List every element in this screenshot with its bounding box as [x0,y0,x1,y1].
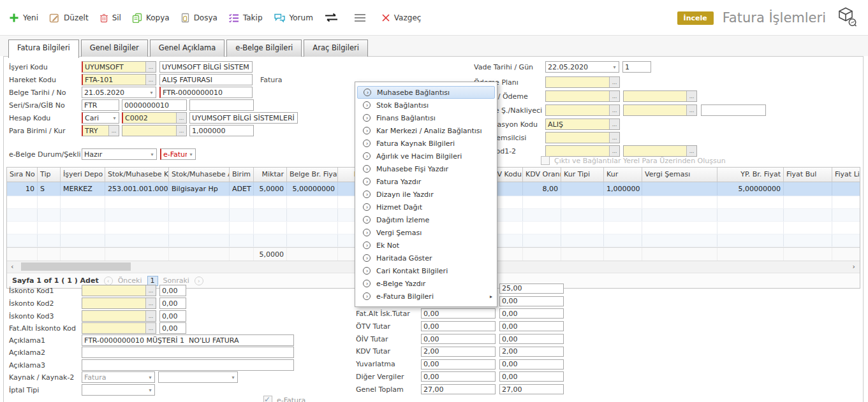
grid-cell[interactable] [642,182,717,196]
hareket-kodu-input[interactable] [83,75,145,85]
grid-cell[interactable]: 8,00 [523,182,561,196]
hesap-adi-input[interactable] [190,113,297,123]
hesap-tipi-dropdown[interactable]: Cari▾ [82,112,119,124]
menu-item[interactable]: ›Finans Bağlantısı [355,111,497,124]
lookup-dots-icon[interactable]: ... [145,75,156,85]
total-value-doc[interactable] [421,384,496,394]
iskonto-kod2-input[interactable] [82,299,145,308]
kur-input[interactable] [190,126,253,136]
menu-item[interactable]: ›Muhasebe Fişi Yazdır [355,162,497,175]
comment-button[interactable]: Yorum [274,13,313,23]
scroll-left-icon[interactable]: ‹ [11,262,13,271]
belge-no-input[interactable] [161,88,252,97]
column-header[interactable]: YP. Br. Fiyat [717,168,784,182]
fat-alti-iskonto-input[interactable] [82,324,145,333]
lookup-dots-icon[interactable]: ... [145,311,156,321]
grid-cell[interactable]: 5,0000 [254,182,287,196]
tab-arac-bilgileri[interactable]: Araç Bilgileri [304,39,368,57]
yerel-para-checkbox[interactable] [541,156,550,165]
total-value-local[interactable] [499,296,564,306]
incele-badge[interactable]: İncele [677,11,714,25]
transfer-button[interactable] [324,13,342,22]
lookup-dots-icon[interactable]: ... [145,323,156,333]
cancel-button[interactable]: Vazgeç [381,13,422,22]
column-header[interactable]: Kur [604,168,642,182]
column-header[interactable]: Stok/Muhasebe Kodu [105,168,169,182]
odeme-sekli-input[interactable] [624,92,686,101]
satis-temsilcisi-input[interactable] [546,133,609,143]
total-value-local[interactable] [499,384,564,394]
iskonto-kod1-value[interactable] [160,286,186,296]
column-header[interactable]: Stok/Muhasebe Adı [169,168,230,182]
menu-item[interactable]: ›Hizmet Dağıt [355,201,497,213]
tab-genel-bilgiler[interactable]: Genel Bilgiler [81,39,148,57]
menu-item[interactable]: ›Ağırlık ve Hacim Bilgileri [355,150,497,162]
lookup-dots-icon[interactable]: ... [609,105,619,115]
tab-genel-aciklama[interactable]: Genel Açıklama [150,39,225,57]
aciklama2-input[interactable] [82,348,293,357]
column-header[interactable]: Fiyat Listesi [832,168,860,182]
menu-item[interactable]: ›Muhasebe Bağlantısı [357,86,495,99]
vade-gun-input[interactable] [623,62,651,72]
gib-no-input[interactable] [190,101,253,110]
total-value-local[interactable] [499,334,564,344]
tab-ebelge-bilgileri[interactable]: e-Belge Bilgileri [226,39,302,57]
total-value-doc[interactable] [421,334,496,344]
total-value-doc[interactable] [421,308,496,319]
cube-search-icon[interactable] [835,6,858,29]
hareket-adi-input[interactable] [160,75,252,85]
lookup-dots-icon[interactable]: ... [609,119,619,129]
total-value-local[interactable] [499,347,564,357]
grid-cell[interactable]: Bilgisayar Hp [169,182,230,196]
entegrasyon-kodu-input[interactable] [546,120,609,129]
grid-cell[interactable]: S [38,182,61,196]
menu-item[interactable]: ›Dağıtım İzleme [355,213,497,226]
belge-tarihi-dropdown[interactable]: 21.05.2020▾ [82,87,156,98]
column-header[interactable]: Tip [38,168,61,182]
more-menu-button[interactable] [353,13,371,22]
grid-cell[interactable]: 5,00000000 [287,182,338,196]
menu-item[interactable]: ›Cari Kontakt Bilgileri [355,264,497,277]
lookup-dots-icon[interactable]: ... [686,105,696,115]
column-header[interactable]: Birim [230,168,254,182]
lookup-dots-icon[interactable]: ... [176,126,186,136]
nakliyeci-kodu-input[interactable] [624,106,686,115]
menu-item[interactable]: ›Fatura Kaynak Bilgileri [355,137,497,150]
iptal-tipi-dropdown[interactable]: ▾ [82,384,155,396]
kur-kodu-input[interactable] [122,126,176,136]
isyeri-kodu-input[interactable] [83,62,145,72]
copy-button[interactable]: Kopya [132,13,170,23]
aciklama1-input[interactable] [82,336,293,345]
column-header[interactable]: Miktar [254,168,287,182]
grid-cell[interactable]: 5,00000000 [717,182,784,196]
column-header[interactable]: Vergi Şeması [642,168,717,182]
delete-button[interactable]: Sil [99,13,121,23]
pager-next-icon[interactable]: › [195,276,203,285]
file-button[interactable]: Dosya [180,13,217,23]
scrollbar-thumb[interactable] [21,262,131,271]
teslim-sekli-input[interactable] [546,92,609,101]
hesap-kodu-input[interactable] [123,113,176,123]
menu-item[interactable]: ›e-Fatura Bilgileri▸ [355,290,497,303]
menu-item[interactable]: ›Dizayn ile Yazdır [355,188,497,201]
total-value-doc[interactable] [421,347,496,357]
para-birimi-input[interactable] [83,126,108,136]
menu-item[interactable]: ›Kar Merkezi / Analiz Bağlantısı [355,124,497,137]
total-value-local[interactable] [499,371,564,382]
column-header[interactable]: Sıra No [7,168,38,182]
grid-cell[interactable]: 1,000000 [604,182,642,196]
irsaliye-sekli-input[interactable] [546,106,609,115]
nakliyeci-adi-input[interactable] [702,106,765,115]
follow-button[interactable]: Takip [228,13,263,23]
kaynak2-dropdown[interactable]: ▾ [158,371,238,383]
lookup-dots-icon[interactable]: ... [609,91,619,101]
ebelge-sekil-dropdown[interactable]: e-Fatura▾ [160,148,196,160]
column-header[interactable]: Fiyat Bul [784,168,832,182]
total-value-local[interactable] [499,308,564,319]
menu-item[interactable]: ›Ek Not [355,239,497,252]
grid-cell[interactable]: 253.001.001.0001 [105,182,169,196]
total-value-local[interactable] [499,321,564,331]
odeme-plani-input[interactable] [546,78,609,87]
column-header[interactable]: KDV Oranı [523,168,561,182]
grid-cell[interactable]: MERKEZ [61,182,105,196]
